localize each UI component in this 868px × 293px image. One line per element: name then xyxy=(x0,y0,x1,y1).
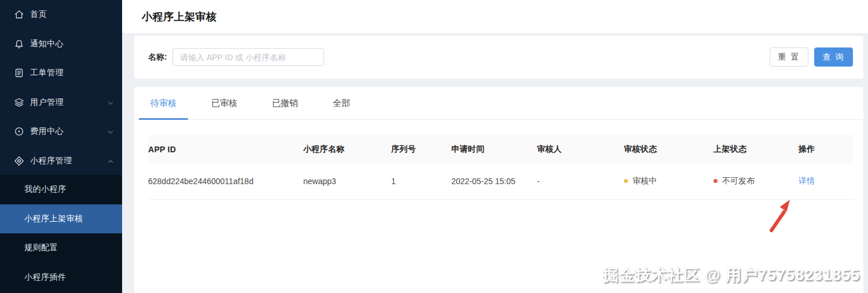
column-header-serial: 序列号 xyxy=(391,135,451,163)
cell-publish-status: 不可发布 xyxy=(713,163,799,200)
cell-action: 详情 xyxy=(799,163,854,200)
layers-icon xyxy=(14,97,24,108)
sidebar-item-label: 首页 xyxy=(30,9,114,20)
page-title: 小程序上架审核 xyxy=(142,10,217,24)
page-header: 小程序上架审核 xyxy=(122,0,868,33)
app-root: 首页 通知中心 工单管理 用户管理 费用中 xyxy=(0,0,868,293)
tab-label: 已审核 xyxy=(211,98,237,109)
sidebar-item-label: 小程序管理 xyxy=(30,156,107,166)
tab-reviewed[interactable]: 已审核 xyxy=(200,87,249,119)
column-header-review-status: 审核状态 xyxy=(624,135,713,163)
sidebar-item-billing[interactable]: 费用中心 xyxy=(0,117,122,146)
sidebar-item-label: 工单管理 xyxy=(30,68,114,78)
column-header-apply-time: 申请时间 xyxy=(451,135,537,163)
clipboard-icon xyxy=(14,68,24,78)
tab-revoked[interactable]: 已撤销 xyxy=(260,87,310,119)
sidebar-subitem-plugins[interactable]: 小程序插件 xyxy=(0,263,122,292)
main-content: 小程序上架审核 名称: 重 置 查 询 待审核 已审核 已撤销 全部 xyxy=(122,0,868,293)
tab-label: 待审核 xyxy=(150,98,176,109)
review-status-dot xyxy=(624,179,628,183)
sidebar-item-home[interactable]: 首页 xyxy=(0,0,122,30)
sidebar-subitem-my-miniprograms[interactable]: 我的小程序 xyxy=(0,175,122,204)
home-icon xyxy=(14,9,24,20)
diamond-icon xyxy=(14,156,24,166)
cell-appid: 628dd224be244600011af18d xyxy=(148,163,303,200)
chevron-down-icon xyxy=(107,99,114,106)
cell-apply-time: 2022-05-25 15:05 xyxy=(451,163,537,200)
name-filter-label: 名称: xyxy=(148,52,167,63)
cell-serial: 1 xyxy=(391,163,451,200)
tab-pending-review[interactable]: 待审核 xyxy=(139,87,188,119)
cell-name: newapp3 xyxy=(303,163,391,200)
cell-review-status: 审核中 xyxy=(624,163,713,200)
tab-label: 全部 xyxy=(333,98,350,109)
sidebar-subitem-rule-config[interactable]: 规则配置 xyxy=(0,233,122,263)
watermark-text: 掘金技术社区 @ 用户75758231855 xyxy=(602,265,860,285)
table-header-row: APP ID 小程序名称 序列号 申请时间 审核人 审核状态 上架状态 操作 xyxy=(148,135,854,163)
sidebar-item-label: 用户管理 xyxy=(30,97,107,108)
sidebar-subitem-label: 小程序上架审核 xyxy=(24,214,83,224)
column-header-name: 小程序名称 xyxy=(303,135,391,163)
detail-link[interactable]: 详情 xyxy=(799,176,815,185)
filter-panel: 名称: 重 置 查 询 xyxy=(134,36,863,79)
reset-button[interactable]: 重 置 xyxy=(770,47,808,67)
cell-reviewer: - xyxy=(537,163,624,200)
sidebar-subitem-label: 我的小程序 xyxy=(24,184,67,195)
tab-all[interactable]: 全部 xyxy=(321,87,362,119)
sidebar-item-workorders[interactable]: 工单管理 xyxy=(0,58,122,88)
chevron-up-icon xyxy=(107,158,114,164)
review-status-text: 审核中 xyxy=(632,176,657,185)
sidebar-subitem-listing-review[interactable]: 小程序上架审核 xyxy=(0,204,122,234)
sidebar-subitem-label: 规则配置 xyxy=(24,243,58,253)
sidebar-subitem-label: 小程序插件 xyxy=(24,272,67,283)
publish-status-text: 不可发布 xyxy=(722,176,755,185)
sidebar: 首页 通知中心 工单管理 用户管理 费用中 xyxy=(0,0,122,293)
sidebar-submenu: 我的小程序 小程序上架审核 规则配置 小程序插件 xyxy=(0,175,122,293)
bell-icon xyxy=(14,39,24,49)
status-tabs: 待审核 已审核 已撤销 全部 xyxy=(134,87,863,120)
sidebar-item-notifications[interactable]: 通知中心 xyxy=(0,30,122,59)
column-header-actions: 操作 xyxy=(799,135,854,163)
review-table: APP ID 小程序名称 序列号 申请时间 审核人 审核状态 上架状态 操作 6… xyxy=(148,135,854,200)
chevron-down-icon xyxy=(107,128,114,135)
column-header-publish-status: 上架状态 xyxy=(713,135,799,163)
column-header-reviewer: 审核人 xyxy=(537,135,624,163)
sidebar-item-miniprogram[interactable]: 小程序管理 xyxy=(0,146,122,176)
publish-status-dot xyxy=(713,179,718,183)
column-header-appid: APP ID xyxy=(148,135,303,163)
review-table-panel: 待审核 已审核 已撤销 全部 APP I xyxy=(134,87,863,293)
sidebar-item-users[interactable]: 用户管理 xyxy=(0,88,122,118)
sidebar-item-label: 通知中心 xyxy=(30,39,114,49)
sidebar-item-label: 费用中心 xyxy=(30,126,107,137)
name-filter-input[interactable] xyxy=(172,48,324,66)
query-button[interactable]: 查 询 xyxy=(814,47,853,67)
tab-label: 已撤销 xyxy=(272,98,298,109)
target-icon xyxy=(14,126,24,137)
table-row: 628dd224be244600011af18d newapp3 1 2022-… xyxy=(148,163,854,200)
